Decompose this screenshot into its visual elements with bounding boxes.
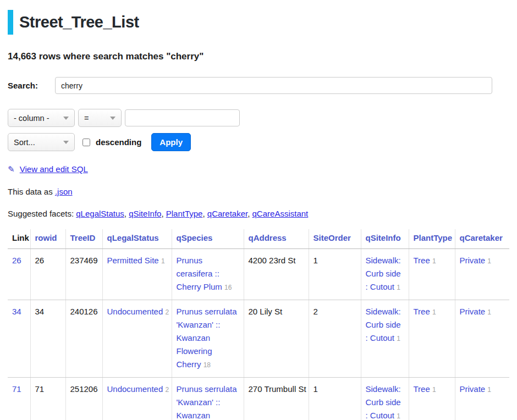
cell-PlantType: Tree 1	[409, 249, 455, 300]
filter-row: - column - =	[8, 109, 509, 127]
column-header-qAddress: qAddress	[244, 229, 309, 249]
facet-count: 1	[487, 257, 491, 265]
cell-qSpecies: Prunus serrulata 'Kwanzan' :: Kwanzan Fl…	[172, 378, 244, 420]
facet-value-link[interactable]: Private	[460, 384, 486, 394]
data-as-line: This data as .json	[8, 187, 509, 196]
cell-TreeID: 251206	[65, 378, 102, 420]
cell-qAddress: 20 Lily St	[244, 300, 309, 378]
row-link[interactable]: 71	[12, 384, 21, 394]
column-header-qSiteInfo: qSiteInfo	[361, 229, 409, 249]
facets-prefix: Suggested facets:	[8, 209, 74, 218]
facet-count: 1	[397, 335, 400, 342]
facet-count: 1	[432, 386, 436, 394]
facet-count: 18	[204, 361, 211, 369]
column-header-rowid: rowid	[30, 229, 65, 249]
json-link[interactable]: .json	[55, 187, 73, 196]
filter-value-input[interactable]	[125, 109, 240, 126]
view-edit-sql-link[interactable]: View and edit SQL	[20, 164, 88, 174]
facet-value-link[interactable]: Sidewalk: Curb side : Cutout	[366, 384, 401, 420]
pencil-icon: ✎	[8, 164, 15, 174]
facet-value-link[interactable]: Permitted Site	[107, 256, 159, 265]
column-header-TreeID: TreeID	[65, 229, 102, 249]
facet-value-link[interactable]: Tree	[414, 307, 430, 316]
cell-qSiteInfo: Sidewalk: Curb side : Cutout 1	[361, 249, 409, 300]
cell-TreeID: 237469	[65, 249, 102, 300]
cell-rowid: 34	[30, 300, 65, 378]
cell-Link: 26	[8, 249, 30, 300]
descending-checkbox[interactable]	[82, 139, 90, 146]
table-header-row: LinkrowidTreeIDqLegalStatusqSpeciesqAddr…	[8, 229, 509, 249]
suggested-facets-line: Suggested facets: qLegalStatus, qSiteInf…	[8, 209, 509, 218]
column-header-link-rowid[interactable]: rowid	[35, 233, 57, 242]
operator-select[interactable]: =	[78, 109, 122, 127]
cell-rowid: 26	[30, 249, 65, 300]
facet-link-qSiteInfo[interactable]: qSiteInfo	[129, 209, 161, 218]
facet-link-qCaretaker[interactable]: qCaretaker	[207, 209, 248, 218]
cell-Link: 34	[8, 300, 30, 378]
facet-link-qCareAssistant[interactable]: qCareAssistant	[252, 209, 309, 218]
chevron-down-icon	[63, 141, 69, 144]
sort-select[interactable]: Sort...	[8, 133, 75, 151]
facet-count: 2	[165, 386, 169, 394]
column-header-link-qSpecies[interactable]: qSpecies	[177, 233, 213, 242]
facet-count: 1	[487, 386, 491, 394]
column-header-qSpecies: qSpecies	[172, 229, 244, 249]
search-label: Search:	[8, 81, 55, 90]
operator-select-value: =	[84, 114, 89, 123]
facet-value-link[interactable]: Tree	[414, 384, 430, 394]
cell-qSiteInfo: Sidewalk: Curb side : Cutout 1	[361, 378, 409, 420]
facet-value-link[interactable]: Private	[460, 256, 486, 265]
column-select-value: - column -	[14, 114, 49, 123]
facet-value-link[interactable]: Prunus cerasifera :: Cherry Plum	[177, 256, 222, 291]
column-header-SiteOrder: SiteOrder	[309, 229, 361, 249]
facet-value-link[interactable]: Private	[460, 307, 486, 316]
facet-value-link[interactable]: Sidewalk: Curb side : Cutout	[366, 256, 401, 291]
column-header-link-qSiteInfo[interactable]: qSiteInfo	[366, 233, 401, 242]
facet-link-qLegalStatus[interactable]: qLegalStatus	[76, 209, 124, 218]
results-table: LinkrowidTreeIDqLegalStatusqSpeciesqAddr…	[8, 229, 509, 420]
column-header-link-PlantType[interactable]: PlantType	[414, 233, 453, 242]
facet-count: 2	[165, 308, 169, 316]
table-row: 2626237469Permitted Site 1Prunus cerasif…	[8, 249, 509, 300]
table-body: 2626237469Permitted Site 1Prunus cerasif…	[8, 249, 509, 420]
cell-SiteOrder: 2	[309, 300, 361, 378]
facet-value-link[interactable]: Sidewalk: Curb side : Cutout	[366, 307, 401, 342]
cell-qLegalStatus: Undocumented 2	[102, 300, 172, 378]
facet-value-link[interactable]: Undocumented	[107, 384, 163, 394]
cell-SiteOrder: 1	[309, 249, 361, 300]
sql-link-line: ✎ View and edit SQL	[8, 164, 509, 174]
row-link[interactable]: 34	[12, 307, 21, 316]
row-count-summary: 14,663 rows where search matches "cherry…	[8, 51, 509, 62]
sort-row: Sort... descending Apply	[8, 133, 509, 151]
column-header-link-TreeID[interactable]: TreeID	[70, 233, 96, 242]
column-select[interactable]: - column -	[8, 109, 75, 127]
facet-link-PlantType[interactable]: PlantType	[166, 209, 203, 218]
search-input[interactable]	[55, 77, 492, 94]
row-link[interactable]: 26	[12, 256, 21, 265]
facet-value-link[interactable]: Prunus serrulata 'Kwanzan' :: Kwanzan Fl…	[177, 307, 237, 369]
search-form: Search:	[8, 77, 509, 94]
page-title: Street_Tree_List	[19, 10, 139, 35]
column-header-link-SiteOrder[interactable]: SiteOrder	[314, 233, 351, 242]
cell-PlantType: Tree 1	[409, 300, 455, 378]
column-header-link-qAddress[interactable]: qAddress	[249, 233, 287, 242]
table-row: 3434240126Undocumented 2Prunus serrulata…	[8, 300, 509, 378]
cell-TreeID: 240126	[65, 300, 102, 378]
page: Street_Tree_List 14,663 rows where searc…	[0, 0, 517, 420]
facet-value-link[interactable]: Prunus serrulata 'Kwanzan' :: Kwanzan Fl…	[177, 384, 237, 420]
data-as-prefix: This data as	[8, 187, 53, 196]
column-header-link-qCaretaker[interactable]: qCaretaker	[460, 233, 503, 242]
cell-qAddress: 270 Trumbull St	[244, 378, 309, 420]
table-head: LinkrowidTreeIDqLegalStatusqSpeciesqAddr…	[8, 229, 509, 249]
cell-qAddress: 4200 23rd St	[244, 249, 309, 300]
sort-select-value: Sort...	[14, 138, 35, 147]
facet-count: 1	[397, 412, 400, 420]
cell-qCaretaker: Private 1	[455, 378, 509, 420]
accent-bar	[8, 10, 13, 35]
column-header-link-qLegalStatus[interactable]: qLegalStatus	[107, 233, 159, 242]
facet-value-link[interactable]: Undocumented	[107, 307, 163, 316]
facet-value-link[interactable]: Tree	[414, 256, 430, 265]
facet-count: 16	[224, 284, 232, 291]
facet-count: 1	[432, 308, 436, 316]
apply-button[interactable]: Apply	[151, 133, 191, 151]
